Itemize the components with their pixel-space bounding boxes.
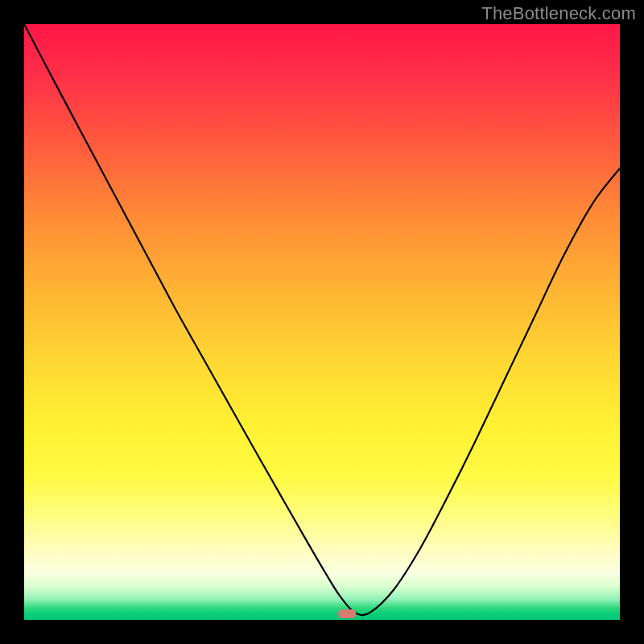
watermark-text: TheBottleneck.com <box>481 3 636 24</box>
optimal-marker <box>338 609 356 618</box>
plot-area <box>24 24 620 620</box>
bottleneck-curve <box>24 24 620 615</box>
curve-svg <box>24 24 620 620</box>
chart-stage: TheBottleneck.com <box>0 0 644 644</box>
